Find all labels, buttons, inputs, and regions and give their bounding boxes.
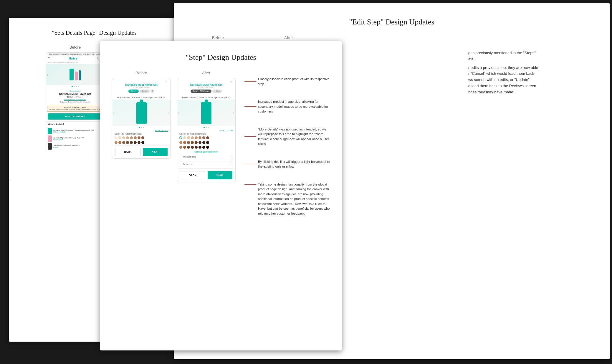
list-item: Buildable Blur CC Cream™ Broad Spectrum …: [48, 128, 102, 134]
after-swatches-row2: [177, 140, 235, 145]
annotation-text-5: Taking some design functionality from th…: [258, 182, 330, 216]
after-reviews-drawer[interactable]: Reviews +: [180, 161, 232, 167]
slide1-breadcrumb-before: Home / Value Sets / Karissa's Must-Haves…: [46, 61, 104, 64]
annotation-text-2: Increased product image size, allowing f…: [258, 99, 330, 114]
slide3-right-text: ges previously mentioned in the "Steps" …: [468, 50, 592, 98]
annotation-text-4: By clicking this link will trigger a lig…: [258, 159, 330, 169]
slide1-before-mobile: FREE SHIPPING ON U.S. ORDERS $35+ AND EA…: [46, 52, 105, 152]
before-next-btn[interactable]: NEXT: [143, 148, 168, 156]
before-modal-price: $135($148 Value): [115, 86, 168, 88]
after-modal-title: Karissa's Must-Haves Set: [180, 83, 232, 86]
after-prev-arrow-modal[interactable]: ‹: [178, 110, 179, 115]
after-close-icon[interactable]: ✕: [230, 81, 232, 83]
annotation-5: Taking some design functionality from th…: [244, 182, 330, 216]
slide1-banner: FREE SHIPPING ON U.S. ORDERS $35+ AND EA…: [46, 53, 104, 56]
after-click-zoom[interactable]: CLICK TO ZOOM: [177, 129, 235, 132]
after-next-btn[interactable]: NEXT: [208, 171, 232, 179]
slide3-before-label: Before: [212, 35, 224, 40]
after-benefits-drawer[interactable]: The Benefits +: [180, 154, 232, 160]
slide2-after-label: After: [202, 71, 210, 75]
annotation-text-1: Closely associate each product with its …: [258, 77, 330, 86]
slide2-before-modal: ✕ Karissa's Must-Haves Set $135($148 Val…: [112, 78, 171, 159]
slide1-logo-before: thrive: [69, 57, 77, 60]
slide3-title: "Edit Step" Design Updates: [191, 18, 592, 27]
after-color-label: Color: Fair (Cool Undertones): [177, 132, 235, 136]
before-img-dots: [112, 126, 171, 129]
slide1-price-before: $135($148 Value): [48, 96, 102, 98]
before-next-arrow[interactable]: ›: [168, 110, 170, 115]
slide1-title: "Sets Details Page" Design Updates: [18, 29, 171, 36]
before-step1-tab[interactable]: Step 1: [128, 90, 138, 93]
before-step2-tab[interactable]: Step 2: [140, 90, 150, 93]
after-swatches-row3: [177, 145, 235, 150]
after-step2-tab[interactable]: —Step: [212, 90, 222, 93]
before-close-icon[interactable]: ✕: [166, 81, 168, 83]
slide1-prev-arrow[interactable]: ‹: [47, 72, 48, 77]
after-modal-price: $135($148 Value): [180, 86, 232, 88]
slide1-product-img-before: ‹ ›: [46, 64, 104, 85]
before-color-label: Color: Fair (Cool Undertones): [112, 132, 171, 136]
list-item: Lip Mate High-Shine Reviving Topper™ 4 C…: [48, 135, 102, 142]
slide1-undertone-before[interactable]: Not sure of your undertone?: [48, 99, 102, 100]
slide1-customizable-before: Customizable!: [48, 90, 102, 92]
after-footer: BACK NEXT: [177, 168, 235, 182]
slide1-cta-before[interactable]: BUILD YOUR SET: [48, 113, 102, 120]
slide1-whats-inside-before: What's inside?: [46, 121, 104, 127]
slide1-product-name-before: Karissa's Must-Haves Set: [48, 92, 102, 95]
before-more-details[interactable]: MORE DETAILS: [112, 129, 171, 132]
before-swatches-row1: [112, 136, 171, 140]
after-undertone-link[interactable]: Not sure your undertone?: [177, 150, 235, 154]
annotation-3: "More Details" was not used as intended,…: [244, 127, 330, 146]
slide1-badge-before: BIGGER THAN BEAUTY™ For every product pu…: [47, 106, 103, 112]
slide2-annotations: Closely associate each product with its …: [244, 71, 330, 216]
slide2-before-label: Before: [136, 71, 147, 75]
slide1-before-label: Before: [70, 45, 81, 49]
slide2-after-modal: ✕ Karissa's Must-Haves Set $135($148 Val…: [177, 78, 236, 182]
before-back-btn[interactable]: BACK: [115, 148, 140, 156]
before-prev-arrow[interactable]: ‹: [113, 110, 115, 115]
before-product-img: ‹ ›: [112, 100, 171, 126]
right-text-2: r edits a previous step, they are now ab…: [468, 65, 592, 95]
before-footer: BACK NEXT: [112, 145, 171, 158]
after-back-btn[interactable]: BACK: [180, 171, 205, 179]
annotation-4: By clicking this link will trigger a lig…: [244, 159, 330, 169]
annotation-text-3: "More Details" was not used as intended,…: [258, 127, 330, 146]
before-step-icon[interactable]: S: [150, 90, 154, 93]
slide1-dots-before: [46, 85, 104, 88]
after-swatches-row1: [177, 136, 235, 140]
before-product-item-name: Buildable Blur CC Cream™ Broad Spectrum …: [112, 95, 171, 100]
slide1-product-list-before: Buildable Blur CC Cream™ Broad Spectrum …: [46, 127, 104, 152]
annotation-2: Increased product image size, allowing f…: [244, 99, 330, 114]
after-step1-tab[interactable]: Step 1: CC Cream: [191, 90, 211, 93]
annotation-1: Closely associate each product with its …: [244, 77, 330, 86]
before-modal-title: Karissa's Must-Haves Set: [115, 83, 168, 86]
before-swatches-row2: [112, 140, 171, 145]
slide2-title: "Step" Design Updates: [112, 53, 330, 62]
slide-step-design: "Step" Design Updates Before ✕ Karissa's…: [100, 41, 342, 350]
after-img-dots: [177, 126, 235, 129]
slide1-desc-before: Enjoy our Founder's favorite products!: [48, 101, 102, 103]
slide3-after-label: After: [284, 35, 293, 40]
after-product-img: ‹ ›: [177, 100, 235, 126]
list-item: Liquid Lash Extensions Mascara™ 1 Color: [48, 143, 102, 150]
after-product-item-name: Buildable Blur CC Cream™ Broad Spectrum …: [177, 95, 235, 100]
right-text-1: ges previously mentioned in the "Steps" …: [468, 50, 592, 62]
after-next-arrow-modal[interactable]: ›: [233, 110, 234, 115]
